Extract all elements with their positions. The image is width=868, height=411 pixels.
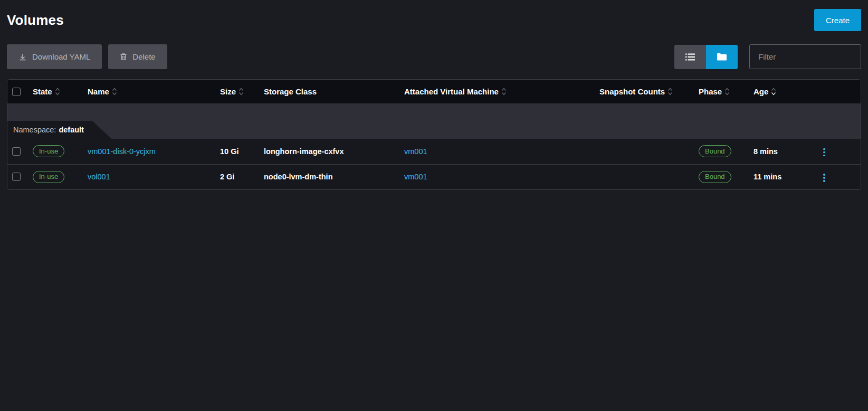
table-row: In-use vm001-disk-0-ycjxm 10 Gi longhorn… [7, 139, 861, 164]
column-header-label: Snapshot Counts [599, 87, 665, 96]
namespace-group-tab: Namespace: default [7, 121, 111, 139]
size-cell: 10 Gi [214, 139, 257, 164]
actions-row: Download YAML Delete [7, 44, 861, 69]
delete-button[interactable]: Delete [108, 44, 167, 69]
filter-input[interactable] [749, 44, 861, 69]
snapshot-counts-cell [593, 164, 692, 189]
row-checkbox[interactable] [12, 173, 21, 181]
namespace-group-band: Namespace: default [7, 103, 861, 139]
column-header-label: Phase [699, 87, 722, 96]
download-yaml-button[interactable]: Download YAML [7, 44, 102, 69]
sort-carets-icon [501, 88, 507, 95]
table-header-row: State Name [7, 80, 861, 103]
download-icon [18, 53, 27, 61]
volume-name-link[interactable]: vm001-disk-0-ycjxm [88, 147, 156, 156]
title-row: Volumes Create [7, 0, 861, 33]
phase-badge: Bound [699, 145, 731, 157]
state-badge: In-use [33, 145, 64, 157]
create-button-label: Create [826, 16, 850, 25]
column-header-state[interactable]: State [26, 80, 81, 103]
trash-icon [120, 53, 127, 61]
age-cell: 8 mins [747, 139, 813, 164]
row-actions-kebab-menu-icon[interactable] [819, 170, 829, 185]
volumes-table: State Name [7, 79, 861, 190]
select-all-checkbox[interactable] [12, 88, 21, 96]
column-header-label: Name [88, 87, 109, 96]
bulk-actions: Download YAML Delete [7, 44, 167, 69]
age-cell: 11 mins [747, 164, 813, 189]
sort-carets-icon [239, 88, 244, 95]
view-and-filter [674, 44, 861, 69]
snapshot-counts-cell [593, 139, 692, 164]
size-cell: 2 Gi [214, 164, 257, 189]
sort-carets-icon [667, 88, 673, 95]
delete-button-label: Delete [132, 52, 155, 61]
table-row: In-use vol001 2 Gi node0-lvm-dm-thin vm0… [7, 164, 861, 189]
column-header-label: Attached Virtual Machine [404, 87, 499, 96]
volume-name-link[interactable]: vol001 [88, 173, 110, 181]
namespace-group-row: Namespace: default [7, 103, 861, 139]
attached-vm-link[interactable]: vm001 [404, 173, 427, 181]
list-view-button[interactable] [674, 45, 706, 69]
namespace-label: Namespace: [13, 126, 56, 134]
storage-class-cell: node0-lvm-dm-thin [257, 164, 398, 189]
column-header-label: Storage Class [264, 87, 317, 96]
attached-vm-link[interactable]: vm001 [404, 147, 427, 156]
column-header-phase[interactable]: Phase [692, 80, 747, 103]
column-header-storage-class[interactable]: Storage Class [257, 80, 398, 103]
page-title: Volumes [7, 12, 64, 28]
column-header-attached-vm[interactable]: Attached Virtual Machine [398, 80, 593, 103]
list-view-icon [685, 53, 695, 61]
group-by-namespace-view-button[interactable] [706, 45, 738, 69]
column-header-snapshot-counts[interactable]: Snapshot Counts [593, 80, 692, 103]
row-checkbox[interactable] [12, 147, 21, 156]
namespace-value: default [59, 126, 84, 134]
column-header-size[interactable]: Size [214, 80, 257, 103]
download-yaml-label: Download YAML [32, 52, 90, 61]
column-header-name[interactable]: Name [81, 80, 214, 103]
storage-class-cell: longhorn-image-cxfvx [257, 139, 398, 164]
column-header-label: Size [220, 87, 236, 96]
folder-group-view-icon [717, 53, 727, 61]
volumes-page: Volumes Create Download YAML [0, 0, 868, 190]
row-actions-kebab-menu-icon[interactable] [819, 145, 829, 160]
create-button[interactable]: Create [814, 9, 861, 31]
sort-carets-icon [55, 88, 60, 95]
sort-carets-icon [724, 88, 730, 95]
phase-badge: Bound [699, 171, 731, 183]
sort-carets-icon [112, 88, 117, 95]
column-header-label: Age [753, 87, 768, 96]
column-header-label: State [33, 87, 52, 96]
header-checkbox-cell [7, 80, 26, 103]
column-header-age[interactable]: Age [747, 80, 813, 103]
column-header-actions [813, 80, 861, 103]
sort-carets-icon [771, 88, 776, 95]
state-badge: In-use [33, 171, 64, 183]
view-toggle [674, 45, 738, 69]
